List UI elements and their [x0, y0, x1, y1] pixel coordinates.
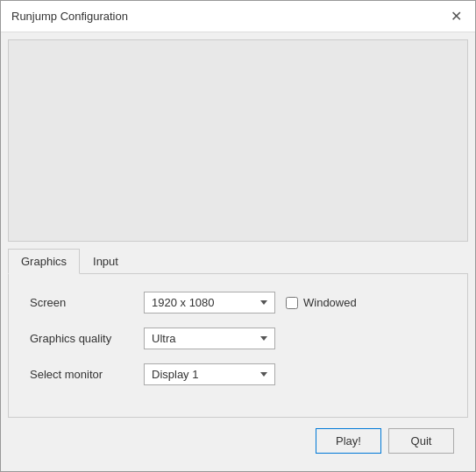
quality-control: Ultra High Medium Low [144, 328, 275, 349]
main-window: Runjump Configuration ✕ Graphics Input S… [0, 0, 476, 472]
monitor-label: Select monitor [30, 368, 144, 381]
quality-select[interactable]: Ultra High Medium Low [144, 328, 275, 349]
windowed-checkbox[interactable] [286, 297, 298, 309]
graphics-panel: Screen 1920 x 1080 1280 x 720 1024 x 768… [8, 274, 468, 418]
screen-label: Screen [30, 296, 144, 309]
preview-area [8, 39, 468, 242]
monitor-select[interactable]: Display 1 Display 2 [144, 363, 275, 385]
screen-select[interactable]: 1920 x 1080 1280 x 720 1024 x 768 800 x … [144, 292, 275, 313]
title-bar: Runjump Configuration ✕ [1, 1, 475, 32]
windowed-checkbox-container[interactable]: Windowed [286, 296, 357, 309]
tab-input[interactable]: Input [80, 249, 131, 274]
windowed-label: Windowed [303, 296, 357, 309]
screen-control: 1920 x 1080 1280 x 720 1024 x 768 800 x … [144, 292, 357, 313]
tabs-container: Graphics Input [8, 249, 468, 274]
play-button[interactable]: Play! [316, 428, 381, 454]
quality-row: Graphics quality Ultra High Medium Low [30, 328, 446, 349]
quit-button[interactable]: Quit [388, 428, 454, 454]
close-button[interactable]: ✕ [447, 8, 465, 25]
monitor-control: Display 1 Display 2 [144, 363, 275, 385]
monitor-row: Select monitor Display 1 Display 2 [30, 363, 446, 385]
footer: Play! Quit [8, 418, 468, 464]
window-title: Runjump Configuration [11, 10, 128, 23]
tab-graphics[interactable]: Graphics [8, 249, 80, 274]
quality-label: Graphics quality [30, 332, 144, 345]
screen-row: Screen 1920 x 1080 1280 x 720 1024 x 768… [30, 292, 446, 313]
